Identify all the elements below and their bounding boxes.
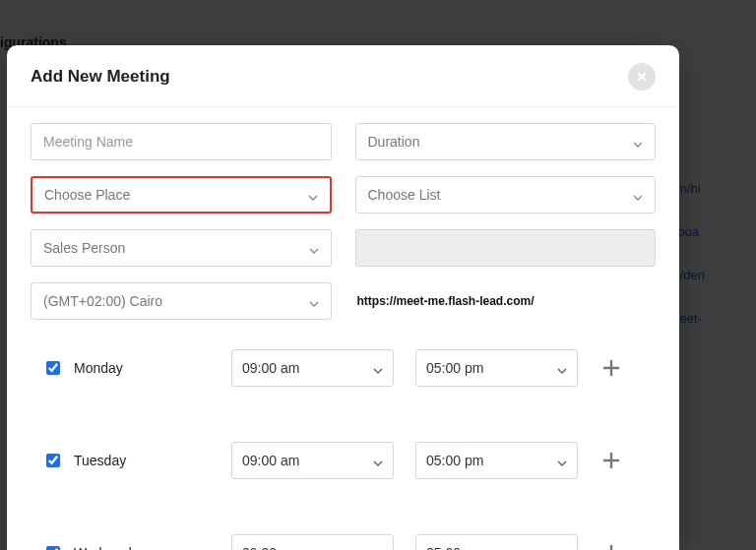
add-meeting-modal: Add New Meeting Duration Choose Place (7, 45, 679, 550)
add-slot-button[interactable] (599, 356, 623, 380)
sales-person-select[interactable]: Sales Person (31, 229, 332, 267)
form-grid: Duration Choose Place Choose List Sales … (31, 123, 656, 320)
chevron-down-icon (633, 137, 643, 147)
start-time-select[interactable]: 09:00 am (231, 349, 394, 387)
modal-title: Add New Meeting (31, 67, 170, 87)
chevron-down-icon (309, 243, 319, 253)
timezone-select[interactable]: (GMT+02:00) Cairo (31, 282, 332, 320)
day-row-tuesday: Tuesday 09:00 am 05:00 pm (46, 442, 640, 479)
close-button[interactable] (628, 63, 656, 91)
choose-place-placeholder: Choose Place (44, 187, 130, 203)
choose-list-placeholder: Choose List (368, 187, 441, 203)
plus-icon (601, 358, 621, 378)
choose-place-select[interactable]: Choose Place (31, 176, 332, 214)
end-time-value: 05:00 pm (426, 453, 483, 468)
days-list: Monday 09:00 am 05:00 pm Tuesday 09:00 a… (31, 343, 656, 550)
disabled-field (355, 229, 657, 267)
chevron-down-icon (308, 190, 318, 200)
start-time-select[interactable]: 09:00 am (231, 442, 394, 479)
day-label: Wednesday (74, 545, 231, 550)
start-time-value: 09:00 am (242, 545, 299, 550)
day-row-monday: Monday 09:00 am 05:00 pm (46, 349, 640, 387)
chevron-down-icon (633, 190, 643, 200)
end-time-select[interactable]: 05:00 pm (415, 442, 578, 479)
day-checkbox[interactable] (46, 361, 60, 375)
day-label: Monday (74, 360, 231, 376)
start-time-value: 09:00 am (242, 360, 299, 376)
add-slot-button[interactable] (599, 541, 623, 550)
end-time-value: 05:00 pm (426, 545, 483, 550)
timezone-value: (GMT+02:00) Cairo (43, 293, 162, 309)
add-slot-button[interactable] (599, 449, 623, 472)
day-checkbox[interactable] (46, 454, 60, 467)
chevron-down-icon (373, 363, 383, 373)
meeting-name-field[interactable] (31, 123, 332, 160)
plus-icon (601, 543, 621, 550)
day-row-wednesday: Wednesday 09:00 am 05:00 pm (46, 534, 640, 550)
duration-select[interactable]: Duration (355, 123, 657, 160)
meet-url: https://meet-me.flash-lead.com/ (355, 282, 657, 320)
close-icon (637, 72, 647, 82)
start-time-value: 09:00 am (242, 453, 299, 468)
meeting-name-input[interactable] (43, 134, 319, 150)
chevron-down-icon (373, 456, 383, 465)
modal-header: Add New Meeting (7, 45, 679, 107)
end-time-value: 05:00 pm (426, 360, 483, 376)
modal-body: Duration Choose Place Choose List Sales … (7, 107, 679, 550)
chevron-down-icon (557, 363, 567, 373)
plus-icon (601, 451, 621, 470)
choose-list-select[interactable]: Choose List (355, 176, 657, 214)
chevron-down-icon (309, 296, 319, 306)
duration-placeholder: Duration (368, 134, 420, 150)
day-checkbox[interactable] (46, 546, 60, 550)
sales-person-placeholder: Sales Person (43, 240, 125, 256)
day-label: Tuesday (74, 453, 231, 468)
end-time-select[interactable]: 05:00 pm (415, 349, 578, 387)
end-time-select[interactable]: 05:00 pm (415, 534, 578, 550)
chevron-down-icon (557, 456, 567, 465)
start-time-select[interactable]: 09:00 am (231, 534, 394, 550)
